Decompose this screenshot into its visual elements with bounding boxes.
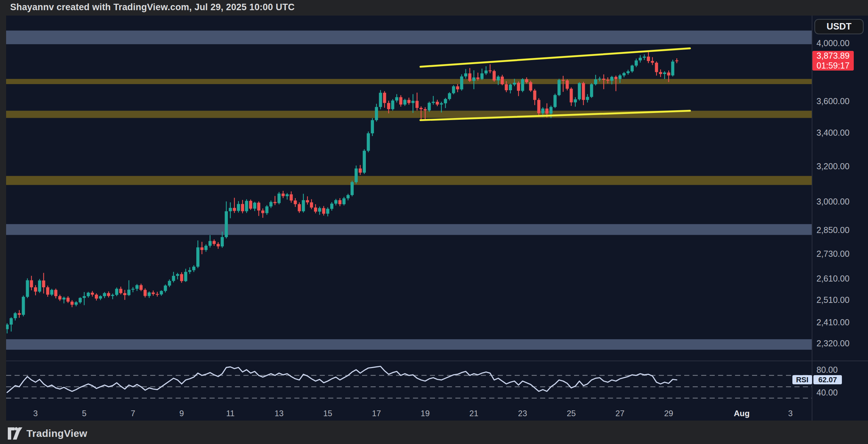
sr-zone-olive — [6, 79, 812, 84]
price-axis-label: 2,850.00 — [816, 225, 849, 235]
sr-zone-olive — [6, 111, 812, 118]
price-axis-label: 3,400.00 — [816, 128, 849, 138]
last-price-value: 3,873.89 — [816, 51, 849, 61]
rsi-indicator-label[interactable]: RSI — [792, 375, 812, 384]
time-axis-label: 13 — [275, 409, 284, 418]
rsi-axis-label: 80.00 — [816, 365, 838, 375]
price-axis-label: 3,600.00 — [816, 96, 849, 106]
sr-zone-blue — [6, 31, 812, 44]
time-axis-label: 3 — [788, 409, 793, 418]
price-axis-label: 4,000.00 — [816, 38, 849, 48]
time-axis-label: 17 — [372, 409, 381, 418]
price-axis-label: 2,410.00 — [816, 317, 849, 327]
time-axis-label: 25 — [567, 409, 576, 418]
time-axis-label: 23 — [518, 409, 527, 418]
chart-canvas[interactable] — [0, 0, 868, 444]
rsi-value-badge: 62.07 — [813, 375, 842, 384]
time-axis-label: 5 — [82, 409, 86, 418]
bar-close-countdown: 01:59:17 — [816, 61, 849, 71]
tradingview-logo[interactable]: TradingView — [7, 427, 87, 440]
currency-toggle-button[interactable]: USDT — [814, 19, 864, 34]
chart-title: Shayannv created with TradingView.com, J… — [10, 2, 295, 13]
time-axis-label: 11 — [226, 409, 235, 418]
time-axis-label: 29 — [664, 409, 673, 418]
time-axis-label: 3 — [33, 409, 38, 418]
price-axis-label: 3,200.00 — [816, 161, 849, 171]
sr-zone-blue — [6, 224, 812, 235]
rsi-axis-label: 40.00 — [816, 388, 838, 398]
rsi-line — [7, 366, 677, 392]
time-axis-label: 19 — [421, 409, 430, 418]
time-axis-label: 7 — [131, 409, 135, 418]
tradingview-logo-icon — [7, 427, 22, 440]
sr-zone-blue — [6, 339, 812, 350]
time-axis-label: 15 — [323, 409, 332, 418]
time-axis-label: 27 — [615, 409, 625, 418]
price-axis-label: 3,000.00 — [816, 197, 849, 207]
time-axis-label: 9 — [179, 409, 184, 418]
time-axis-label: Aug — [734, 409, 750, 418]
candlestick-series — [5, 52, 678, 333]
price-axis-label: 2,320.00 — [816, 339, 849, 348]
last-price-badge: 3,873.89 01:59:17 — [812, 51, 854, 71]
price-axis-label: 2,610.00 — [816, 274, 849, 284]
time-axis-label: 21 — [469, 409, 478, 418]
price-axis-label: 2,730.00 — [816, 249, 849, 259]
price-axis-label: 2,510.00 — [816, 295, 849, 305]
sr-zone-olive — [6, 176, 812, 185]
tradingview-logo-text: TradingView — [26, 428, 87, 439]
